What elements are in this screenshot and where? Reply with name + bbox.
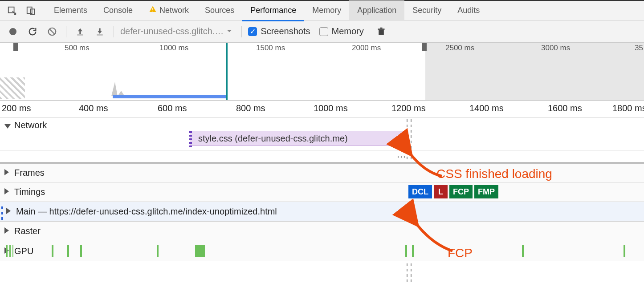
svg-rect-4 (152, 11, 153, 12)
overview-activity-hatch (0, 77, 25, 99)
tab-security[interactable]: Security (404, 0, 449, 21)
timings-badges: DCL L FCP FMP (408, 185, 498, 198)
overview-cpu-hump (111, 77, 130, 96)
tab-label: Memory (312, 6, 341, 15)
save-profile-button[interactable] (92, 24, 107, 39)
svg-rect-9 (378, 28, 384, 30)
tab-audits[interactable]: Audits (449, 0, 488, 21)
overview-tick: 35 (635, 44, 643, 53)
badge-dcl[interactable]: DCL (408, 185, 432, 198)
expand-icon[interactable] (4, 226, 9, 236)
delete-button[interactable] (374, 24, 389, 39)
ruler-tick: 800 ms (236, 103, 265, 113)
overview-range-handle-left[interactable] (13, 43, 18, 51)
tab-label: Security (412, 6, 441, 15)
ruler-tick: 1800 ms (612, 103, 644, 113)
badge-load[interactable]: L (434, 185, 448, 198)
badge-fmp[interactable]: FMP (474, 185, 498, 198)
gpu-tick (522, 245, 524, 257)
tab-console[interactable]: Console (95, 0, 141, 21)
device-toolbar-icon[interactable] (21, 1, 40, 20)
overview-ruler: 500 ms 1000 ms 1500 ms 2000 ms 2500 ms 3… (0, 43, 644, 52)
expand-icon[interactable] (4, 168, 9, 178)
checkbox-unchecked-icon (319, 27, 328, 36)
network-request-label: style.css (defer-unused-css.glitch.me) (198, 133, 348, 144)
lane-timings[interactable]: Timings DCL L FCP FMP (0, 182, 644, 202)
ellipsis-icon: … (396, 149, 407, 160)
timeline-lanes: Network style.css (defer-unused-css.glit… (0, 117, 644, 261)
chevron-down-icon (226, 26, 232, 36)
lane-label: Timings (14, 187, 45, 197)
gpu-tick (67, 245, 69, 257)
memory-checkbox[interactable]: Memory (319, 26, 364, 36)
tab-label: Audits (457, 6, 480, 15)
svg-rect-8 (379, 29, 384, 35)
record-button[interactable] (5, 24, 20, 39)
checkbox-checked-icon: ✓ (248, 27, 257, 36)
lane-gpu[interactable]: GPU (0, 241, 644, 261)
gpu-strip (6, 245, 644, 257)
gpu-tick (157, 245, 159, 257)
separator (43, 4, 43, 17)
devtools-tab-bar: Elements Console Network Sources Perform… (0, 0, 644, 20)
lane-raster[interactable]: Raster (0, 222, 644, 241)
svg-rect-3 (152, 8, 153, 10)
tab-label: Network (159, 6, 189, 15)
tab-application[interactable]: Application (349, 0, 404, 21)
ruler-tick: 1600 ms (548, 103, 582, 113)
tab-memory[interactable]: Memory (304, 0, 349, 21)
tab-performance[interactable]: Performance (242, 0, 304, 21)
reload-record-button[interactable] (25, 24, 40, 39)
checkbox-label: Memory (332, 26, 364, 36)
annotation-fcp: FCP (448, 246, 473, 260)
profile-selector-label: defer-unused-css.glitch.… (120, 26, 224, 36)
svg-rect-7 (97, 34, 102, 35)
lane-label: Raster (14, 226, 41, 236)
overview-range-handle-right[interactable] (422, 43, 427, 51)
timeline-ruler[interactable]: 200 ms 400 ms 600 ms 800 ms 1000 ms 1200… (0, 101, 644, 117)
overview-tick: 2000 ms (352, 44, 381, 53)
lane-spacer: … (0, 150, 644, 163)
network-request-waiting-icon (189, 130, 192, 147)
expand-icon[interactable] (6, 207, 11, 216)
ruler-tick: 200 ms (2, 103, 31, 113)
tab-sources[interactable]: Sources (197, 0, 242, 21)
expand-icon[interactable] (4, 187, 9, 197)
inspect-icon[interactable] (3, 1, 21, 20)
selection-marker-icon (1, 204, 3, 220)
gpu-tick (405, 245, 407, 257)
separator (241, 26, 242, 37)
tab-label: Application (357, 6, 396, 15)
overview-tick: 500 ms (65, 44, 90, 53)
overview-tick: 3000 ms (541, 44, 570, 53)
ruler-tick: 1000 ms (314, 103, 348, 113)
ruler-tick: 1400 ms (469, 103, 504, 113)
lane-label: Network (14, 120, 47, 130)
profile-selector[interactable]: defer-unused-css.glitch.… (120, 26, 235, 36)
overview-strip[interactable]: 500 ms 1000 ms 1500 ms 2000 ms 2500 ms 3… (0, 43, 644, 101)
lane-network[interactable]: Network style.css (defer-unused-css.glit… (0, 117, 644, 150)
svg-rect-1 (27, 7, 32, 13)
badge-fcp[interactable]: FCP (449, 185, 473, 198)
screenshots-checkbox[interactable]: ✓ Screenshots (248, 26, 310, 36)
tab-label: Sources (205, 6, 234, 15)
network-request-bar[interactable]: style.css (defer-unused-css.glitch.me) (190, 131, 407, 146)
overview-marker-line (226, 43, 228, 100)
lane-main[interactable]: Main — https://defer-unused-css.glitch.m… (0, 202, 644, 222)
main-task-block[interactable] (405, 205, 408, 219)
separator (66, 26, 66, 37)
overview-tick: 1000 ms (159, 44, 188, 53)
separator (114, 26, 114, 37)
gpu-block (195, 245, 205, 257)
load-profile-button[interactable] (73, 24, 88, 39)
expand-icon[interactable] (4, 121, 11, 131)
clear-button[interactable] (45, 24, 60, 39)
svg-rect-10 (380, 27, 382, 28)
tab-elements[interactable]: Elements (46, 0, 95, 21)
ruler-tick: 400 ms (79, 103, 108, 113)
tab-label: Elements (54, 6, 87, 15)
tab-network[interactable]: Network (141, 0, 197, 21)
gpu-tick (624, 245, 625, 257)
annotation-css-finished: CSS finished loading (436, 167, 552, 181)
overview-tick: 1500 ms (256, 44, 285, 53)
